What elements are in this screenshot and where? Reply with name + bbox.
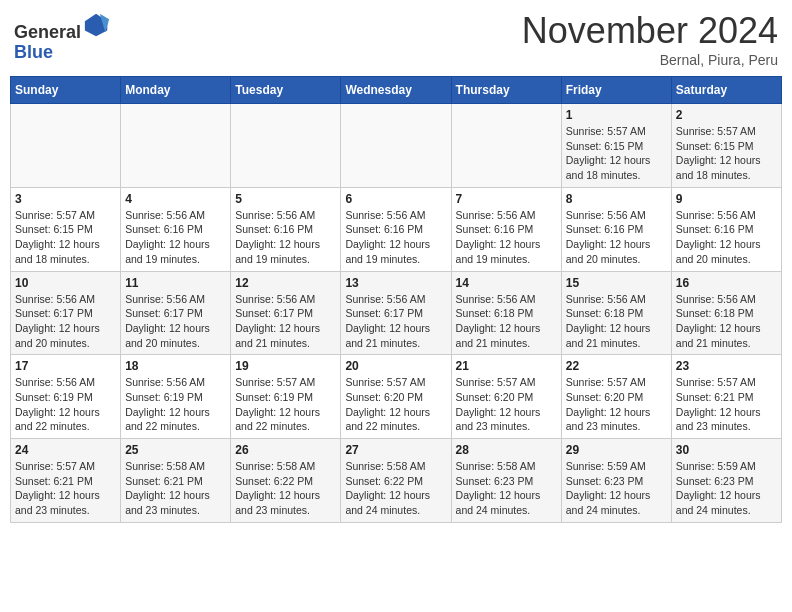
day-of-week-header: Thursday: [451, 77, 561, 104]
calendar-week-row: 3Sunrise: 5:57 AM Sunset: 6:15 PM Daylig…: [11, 187, 782, 271]
day-number: 13: [345, 276, 446, 290]
calendar-week-row: 17Sunrise: 5:56 AM Sunset: 6:19 PM Dayli…: [11, 355, 782, 439]
page-header: General Blue November 2024 Bernal, Piura…: [10, 10, 782, 68]
day-info: Sunrise: 5:57 AM Sunset: 6:20 PM Dayligh…: [345, 375, 446, 434]
day-number: 19: [235, 359, 336, 373]
calendar-day-cell: 21Sunrise: 5:57 AM Sunset: 6:20 PM Dayli…: [451, 355, 561, 439]
calendar-day-cell: [11, 104, 121, 188]
day-of-week-header: Sunday: [11, 77, 121, 104]
calendar-day-cell: 27Sunrise: 5:58 AM Sunset: 6:22 PM Dayli…: [341, 439, 451, 523]
location-subtitle: Bernal, Piura, Peru: [522, 52, 778, 68]
day-info: Sunrise: 5:57 AM Sunset: 6:15 PM Dayligh…: [15, 208, 116, 267]
day-number: 23: [676, 359, 777, 373]
calendar-day-cell: 10Sunrise: 5:56 AM Sunset: 6:17 PM Dayli…: [11, 271, 121, 355]
day-number: 25: [125, 443, 226, 457]
day-info: Sunrise: 5:56 AM Sunset: 6:18 PM Dayligh…: [566, 292, 667, 351]
calendar-day-cell: 6Sunrise: 5:56 AM Sunset: 6:16 PM Daylig…: [341, 187, 451, 271]
day-of-week-header: Wednesday: [341, 77, 451, 104]
day-number: 26: [235, 443, 336, 457]
day-info: Sunrise: 5:56 AM Sunset: 6:19 PM Dayligh…: [125, 375, 226, 434]
calendar-body: 1Sunrise: 5:57 AM Sunset: 6:15 PM Daylig…: [11, 104, 782, 523]
day-info: Sunrise: 5:56 AM Sunset: 6:16 PM Dayligh…: [235, 208, 336, 267]
calendar-day-cell: 26Sunrise: 5:58 AM Sunset: 6:22 PM Dayli…: [231, 439, 341, 523]
day-info: Sunrise: 5:58 AM Sunset: 6:21 PM Dayligh…: [125, 459, 226, 518]
day-info: Sunrise: 5:56 AM Sunset: 6:16 PM Dayligh…: [456, 208, 557, 267]
calendar-day-cell: 7Sunrise: 5:56 AM Sunset: 6:16 PM Daylig…: [451, 187, 561, 271]
day-info: Sunrise: 5:57 AM Sunset: 6:21 PM Dayligh…: [15, 459, 116, 518]
calendar-day-cell: 22Sunrise: 5:57 AM Sunset: 6:20 PM Dayli…: [561, 355, 671, 439]
day-info: Sunrise: 5:56 AM Sunset: 6:17 PM Dayligh…: [125, 292, 226, 351]
day-info: Sunrise: 5:57 AM Sunset: 6:20 PM Dayligh…: [456, 375, 557, 434]
calendar-week-row: 24Sunrise: 5:57 AM Sunset: 6:21 PM Dayli…: [11, 439, 782, 523]
calendar-day-cell: 15Sunrise: 5:56 AM Sunset: 6:18 PM Dayli…: [561, 271, 671, 355]
day-number: 29: [566, 443, 667, 457]
calendar-day-cell: 5Sunrise: 5:56 AM Sunset: 6:16 PM Daylig…: [231, 187, 341, 271]
day-number: 8: [566, 192, 667, 206]
day-info: Sunrise: 5:56 AM Sunset: 6:17 PM Dayligh…: [15, 292, 116, 351]
day-number: 16: [676, 276, 777, 290]
calendar-day-cell: 23Sunrise: 5:57 AM Sunset: 6:21 PM Dayli…: [671, 355, 781, 439]
calendar-day-cell: 18Sunrise: 5:56 AM Sunset: 6:19 PM Dayli…: [121, 355, 231, 439]
day-of-week-header: Monday: [121, 77, 231, 104]
day-number: 24: [15, 443, 116, 457]
calendar-header: SundayMondayTuesdayWednesdayThursdayFrid…: [11, 77, 782, 104]
calendar-day-cell: [121, 104, 231, 188]
calendar-day-cell: [231, 104, 341, 188]
calendar-week-row: 10Sunrise: 5:56 AM Sunset: 6:17 PM Dayli…: [11, 271, 782, 355]
day-of-week-header: Tuesday: [231, 77, 341, 104]
calendar-day-cell: 11Sunrise: 5:56 AM Sunset: 6:17 PM Dayli…: [121, 271, 231, 355]
day-info: Sunrise: 5:58 AM Sunset: 6:22 PM Dayligh…: [235, 459, 336, 518]
calendar-day-cell: 25Sunrise: 5:58 AM Sunset: 6:21 PM Dayli…: [121, 439, 231, 523]
calendar-day-cell: 8Sunrise: 5:56 AM Sunset: 6:16 PM Daylig…: [561, 187, 671, 271]
calendar-day-cell: 20Sunrise: 5:57 AM Sunset: 6:20 PM Dayli…: [341, 355, 451, 439]
calendar-day-cell: 30Sunrise: 5:59 AM Sunset: 6:23 PM Dayli…: [671, 439, 781, 523]
calendar-day-cell: 3Sunrise: 5:57 AM Sunset: 6:15 PM Daylig…: [11, 187, 121, 271]
calendar-day-cell: 28Sunrise: 5:58 AM Sunset: 6:23 PM Dayli…: [451, 439, 561, 523]
day-info: Sunrise: 5:56 AM Sunset: 6:16 PM Dayligh…: [566, 208, 667, 267]
day-number: 4: [125, 192, 226, 206]
day-number: 6: [345, 192, 446, 206]
day-info: Sunrise: 5:57 AM Sunset: 6:19 PM Dayligh…: [235, 375, 336, 434]
day-info: Sunrise: 5:56 AM Sunset: 6:16 PM Dayligh…: [345, 208, 446, 267]
calendar-day-cell: 17Sunrise: 5:56 AM Sunset: 6:19 PM Dayli…: [11, 355, 121, 439]
day-info: Sunrise: 5:57 AM Sunset: 6:15 PM Dayligh…: [566, 124, 667, 183]
day-number: 14: [456, 276, 557, 290]
calendar-day-cell: 12Sunrise: 5:56 AM Sunset: 6:17 PM Dayli…: [231, 271, 341, 355]
day-info: Sunrise: 5:59 AM Sunset: 6:23 PM Dayligh…: [566, 459, 667, 518]
logo-blue-text: Blue: [14, 42, 53, 62]
logo-general-text: General: [14, 22, 81, 42]
calendar-day-cell: [341, 104, 451, 188]
day-info: Sunrise: 5:56 AM Sunset: 6:17 PM Dayligh…: [345, 292, 446, 351]
day-info: Sunrise: 5:57 AM Sunset: 6:20 PM Dayligh…: [566, 375, 667, 434]
day-info: Sunrise: 5:57 AM Sunset: 6:21 PM Dayligh…: [676, 375, 777, 434]
day-info: Sunrise: 5:56 AM Sunset: 6:17 PM Dayligh…: [235, 292, 336, 351]
title-block: November 2024 Bernal, Piura, Peru: [522, 10, 778, 68]
day-number: 18: [125, 359, 226, 373]
day-number: 9: [676, 192, 777, 206]
day-info: Sunrise: 5:57 AM Sunset: 6:15 PM Dayligh…: [676, 124, 777, 183]
calendar-day-cell: 9Sunrise: 5:56 AM Sunset: 6:16 PM Daylig…: [671, 187, 781, 271]
calendar-day-cell: 1Sunrise: 5:57 AM Sunset: 6:15 PM Daylig…: [561, 104, 671, 188]
day-number: 21: [456, 359, 557, 373]
day-number: 27: [345, 443, 446, 457]
calendar-day-cell: 29Sunrise: 5:59 AM Sunset: 6:23 PM Dayli…: [561, 439, 671, 523]
day-info: Sunrise: 5:56 AM Sunset: 6:18 PM Dayligh…: [456, 292, 557, 351]
days-of-week-row: SundayMondayTuesdayWednesdayThursdayFrid…: [11, 77, 782, 104]
day-number: 20: [345, 359, 446, 373]
day-of-week-header: Saturday: [671, 77, 781, 104]
calendar-day-cell: 2Sunrise: 5:57 AM Sunset: 6:15 PM Daylig…: [671, 104, 781, 188]
day-number: 1: [566, 108, 667, 122]
day-number: 10: [15, 276, 116, 290]
day-number: 12: [235, 276, 336, 290]
day-info: Sunrise: 5:56 AM Sunset: 6:18 PM Dayligh…: [676, 292, 777, 351]
day-info: Sunrise: 5:56 AM Sunset: 6:16 PM Dayligh…: [676, 208, 777, 267]
logo: General Blue: [14, 10, 111, 63]
day-info: Sunrise: 5:56 AM Sunset: 6:19 PM Dayligh…: [15, 375, 116, 434]
calendar-day-cell: [451, 104, 561, 188]
day-number: 30: [676, 443, 777, 457]
day-info: Sunrise: 5:56 AM Sunset: 6:16 PM Dayligh…: [125, 208, 226, 267]
calendar-week-row: 1Sunrise: 5:57 AM Sunset: 6:15 PM Daylig…: [11, 104, 782, 188]
day-info: Sunrise: 5:58 AM Sunset: 6:22 PM Dayligh…: [345, 459, 446, 518]
day-number: 7: [456, 192, 557, 206]
day-info: Sunrise: 5:59 AM Sunset: 6:23 PM Dayligh…: [676, 459, 777, 518]
